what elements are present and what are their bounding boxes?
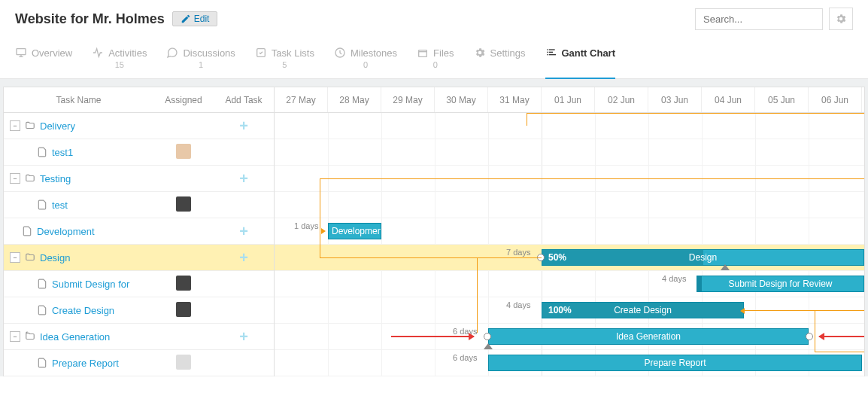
tab-settings[interactable]: Settings bbox=[474, 47, 526, 78]
dependency-line bbox=[477, 257, 478, 333]
file-icon bbox=[37, 358, 47, 368]
tab-tasklists[interactable]: Task Lists 5 bbox=[255, 47, 314, 78]
dependency-line bbox=[320, 257, 542, 258]
folder-icon bbox=[25, 173, 35, 184]
row-test1[interactable]: test1 bbox=[4, 139, 274, 166]
svg-rect-0 bbox=[17, 49, 26, 55]
add-task-icon[interactable]: + bbox=[239, 249, 248, 266]
file-icon bbox=[37, 279, 47, 289]
tab-overview[interactable]: Overview bbox=[15, 47, 72, 78]
search-input[interactable] bbox=[695, 8, 823, 30]
svg-rect-8 bbox=[547, 54, 548, 55]
date-header: 27 May 28 May 29 May 30 May 31 May 01 Ju… bbox=[275, 87, 864, 113]
row-prepare[interactable]: Prepare Report bbox=[4, 350, 274, 376]
edit-label: Edit bbox=[194, 14, 210, 24]
row-idea[interactable]: −Idea Generation + bbox=[4, 324, 274, 350]
row-design[interactable]: −Design + bbox=[4, 245, 274, 271]
dependency-arrow-icon bbox=[321, 228, 326, 234]
add-task-icon[interactable]: + bbox=[239, 328, 248, 345]
file-icon bbox=[37, 305, 47, 315]
bar-development[interactable]: Developmen bbox=[328, 223, 381, 239]
dependency-line bbox=[320, 178, 864, 179]
collapse-icon[interactable]: − bbox=[10, 120, 20, 131]
duration-label: 7 days bbox=[506, 248, 530, 257]
monitor-icon bbox=[15, 47, 27, 59]
gear-icon bbox=[474, 47, 486, 59]
col-task-name: Task Name bbox=[4, 95, 153, 105]
gear-icon bbox=[835, 13, 847, 25]
dependency-line bbox=[320, 231, 320, 257]
dependency-line bbox=[527, 113, 527, 126]
duration-label: 4 days bbox=[506, 300, 530, 309]
tab-activities[interactable]: Activities 15 bbox=[92, 47, 147, 78]
avatar[interactable] bbox=[176, 276, 191, 291]
settings-button[interactable] bbox=[829, 8, 853, 30]
page-title: Website for Mr. Holmes bbox=[15, 11, 165, 27]
tab-discussions[interactable]: Discussions 1 bbox=[166, 47, 235, 78]
col-add-task: Add Task bbox=[214, 95, 274, 105]
duration-label: 6 days bbox=[453, 353, 477, 362]
collapse-icon[interactable]: − bbox=[10, 252, 20, 263]
edit-button[interactable]: Edit bbox=[172, 11, 218, 26]
annotation-arrow bbox=[819, 336, 864, 337]
row-submit[interactable]: Submit Design for bbox=[4, 271, 274, 297]
duration-label: 4 days bbox=[662, 274, 686, 283]
svg-rect-9 bbox=[548, 54, 555, 55]
file-icon bbox=[37, 200, 47, 210]
tabs-bar: Overview Activities 15 Discussions 1 Tas… bbox=[0, 33, 868, 79]
dependency-line bbox=[744, 310, 864, 311]
col-assigned: Assigned bbox=[153, 95, 214, 105]
row-development[interactable]: Development + bbox=[4, 218, 274, 245]
annotation-arrow bbox=[391, 336, 474, 337]
folder-icon bbox=[25, 331, 35, 342]
bar-idea[interactable]: Idea Generation bbox=[488, 328, 809, 345]
duration-label: 1 days bbox=[294, 221, 318, 230]
svg-rect-4 bbox=[547, 49, 548, 50]
avatar[interactable] bbox=[176, 302, 191, 317]
folder-icon bbox=[25, 120, 35, 131]
collapse-icon[interactable]: − bbox=[10, 331, 20, 342]
dependency-line bbox=[527, 113, 864, 114]
progress-marker[interactable] bbox=[721, 264, 730, 270]
bar-create[interactable]: 100% Create Design bbox=[542, 302, 744, 318]
box-icon bbox=[417, 47, 429, 59]
dependency-line bbox=[815, 352, 864, 352]
tab-files[interactable]: Files 0 bbox=[417, 47, 454, 78]
checkbox-icon bbox=[255, 47, 267, 59]
avatar[interactable] bbox=[176, 144, 191, 159]
progress-marker[interactable] bbox=[484, 343, 493, 349]
pencil-icon bbox=[181, 14, 191, 24]
row-create[interactable]: Create Design bbox=[4, 297, 274, 324]
row-delivery[interactable]: −Delivery + bbox=[4, 113, 274, 139]
avatar[interactable] bbox=[176, 355, 191, 370]
file-icon bbox=[37, 147, 47, 157]
gantt-timeline[interactable]: 27 May 28 May 29 May 30 May 31 May 01 Ju… bbox=[275, 87, 864, 376]
svg-rect-6 bbox=[547, 52, 548, 53]
file-icon bbox=[22, 226, 32, 236]
chat-icon bbox=[166, 47, 178, 59]
dependency-line bbox=[320, 178, 320, 231]
svg-rect-7 bbox=[548, 52, 552, 53]
add-task-icon[interactable]: + bbox=[239, 170, 248, 187]
bar-prepare[interactable]: Prepare Report bbox=[488, 355, 862, 371]
gantt-icon bbox=[545, 47, 557, 59]
svg-rect-3 bbox=[419, 50, 427, 57]
add-task-icon[interactable]: + bbox=[239, 223, 248, 239]
dependency-line bbox=[815, 310, 815, 352]
tab-milestones[interactable]: Milestones 0 bbox=[334, 47, 397, 78]
row-testing[interactable]: −Testing + bbox=[4, 166, 274, 192]
row-test[interactable]: test bbox=[4, 192, 274, 218]
avatar[interactable] bbox=[176, 196, 191, 212]
add-task-icon[interactable]: + bbox=[239, 117, 248, 134]
clock-icon bbox=[334, 47, 346, 59]
collapse-icon[interactable]: − bbox=[10, 173, 20, 184]
tab-gantt[interactable]: Gantt Chart bbox=[545, 47, 616, 78]
bar-design[interactable]: 50% Design bbox=[542, 249, 864, 266]
svg-rect-5 bbox=[548, 49, 554, 50]
bar-submit[interactable]: Submit Design for Review bbox=[697, 276, 864, 292]
folder-icon bbox=[25, 252, 35, 263]
task-list-panel: Task Name Assigned Add Task −Delivery + … bbox=[4, 87, 275, 376]
pulse-icon bbox=[92, 47, 104, 59]
